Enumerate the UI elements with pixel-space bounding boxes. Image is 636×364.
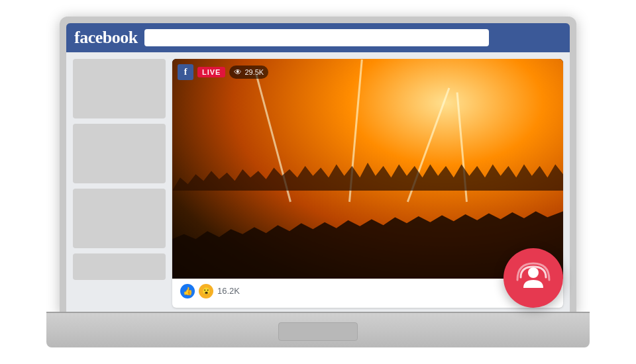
sidebar-block-1: [73, 59, 166, 118]
svg-point-0: [528, 267, 539, 278]
laptop: facebook: [46, 17, 590, 347]
video-container[interactable]: f LIVE 👁 29.5K: [172, 59, 563, 279]
laptop-screen-outer: facebook: [60, 17, 576, 314]
scene: facebook: [20, 10, 616, 354]
fb-search-bar[interactable]: [144, 29, 489, 46]
fb-logo: facebook: [74, 28, 138, 48]
live-badge: LIVE: [197, 67, 225, 77]
reaction-wow: 😮: [199, 284, 213, 298]
reaction-thumb: 👍: [180, 284, 195, 298]
live-stream-icon: [515, 260, 551, 296]
video-overlay: f LIVE 👁 29.5K: [178, 64, 268, 80]
view-count: 👁 29.5K: [229, 66, 268, 79]
fb-header: facebook: [66, 23, 570, 52]
fb-icon-small: f: [178, 64, 193, 80]
laptop-base: [46, 313, 590, 347]
fb-sidebar: [73, 59, 166, 308]
sidebar-block-3: [73, 189, 166, 248]
sidebar-block-4: [73, 253, 166, 280]
reaction-count: 16.2K: [217, 286, 240, 296]
sidebar-block-2: [73, 124, 166, 183]
view-count-text: 29.5K: [244, 68, 264, 76]
laptop-screen-bezel: facebook: [66, 23, 570, 314]
laptop-trackpad: [278, 322, 358, 341]
fb-content: f LIVE 👁 29.5K: [66, 52, 570, 314]
comment-bars: [172, 304, 563, 308]
live-button-overlay[interactable]: [504, 248, 563, 308]
eye-icon: 👁: [234, 68, 242, 77]
hands-silhouette: [172, 158, 563, 191]
fb-screen: facebook: [66, 23, 570, 314]
crowd-silhouette: [172, 180, 563, 279]
video-bg: [172, 59, 563, 279]
